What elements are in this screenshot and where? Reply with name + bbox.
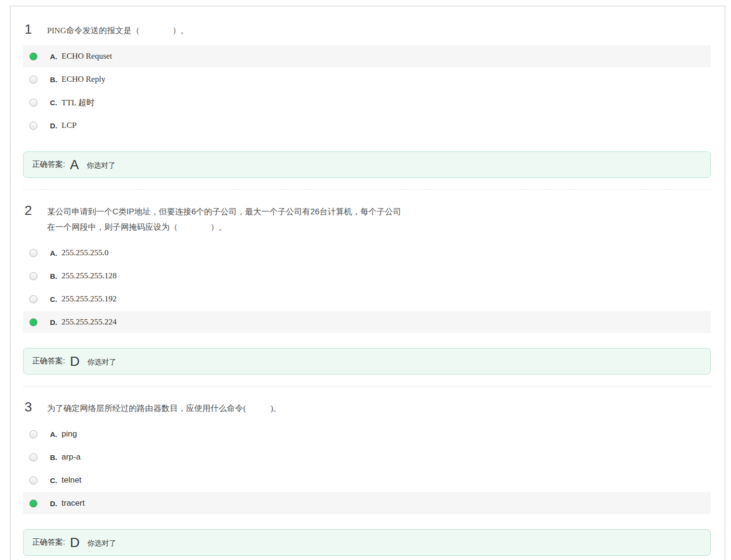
option-letter: A. [50, 249, 57, 257]
radio-button-selected[interactable] [29, 499, 37, 508]
option-row[interactable]: D. LCP [23, 114, 711, 137]
question-block: 2 某公司申请到一个C类IP地址，但要连接6个的子公司，最大一个子公司有26台计… [11, 203, 725, 374]
options-list: A. ping B. arp-a C. telnet D. tracert [23, 423, 711, 514]
question-number: 3 [25, 400, 47, 414]
option-text: arp-a [62, 452, 81, 462]
option-letter: A. [50, 52, 57, 61]
correct-answer-box: 正确答案: D 你选对了 [23, 348, 711, 374]
question-text: PING命令发送的报文是（ ）。 [47, 22, 189, 38]
answer-letter: A [70, 158, 79, 172]
option-letter: D. [50, 499, 57, 508]
option-text: LCP [62, 121, 76, 130]
option-text: tracert [62, 498, 85, 508]
answer-result: 你选对了 [87, 160, 115, 170]
answer-label: 正确答案: [32, 356, 65, 366]
answer-letter: D [70, 536, 79, 549]
option-text: ECHO Requset [62, 51, 112, 61]
correct-answer-box: 正确答案: A 你选对了 [23, 151, 711, 178]
option-letter: C. [50, 295, 57, 303]
option-row[interactable]: C. TTL 超时 [23, 91, 711, 113]
question-text: 为了确定网络层所经过的路由器数目，应使用什么命令( )。 [47, 400, 281, 416]
radio-button[interactable] [29, 122, 37, 130]
option-text: ECHO Reply [62, 75, 105, 84]
question-text: 某公司申请到一个C类IP地址，但要连接6个的子公司，最大一个子公司有26台计算机… [47, 203, 403, 235]
quiz-results-page: 1 PING命令发送的报文是（ ）。 A. ECHO Requset B. EC… [10, 6, 725, 560]
question-divider [23, 386, 711, 386]
option-row[interactable]: B. 255.255.255.128 [23, 265, 711, 287]
answer-result: 你选对了 [87, 356, 116, 367]
radio-button[interactable] [29, 295, 37, 303]
options-list: A. ECHO Requset B. ECHO Reply C. TTL 超时 … [23, 45, 711, 137]
radio-button[interactable] [29, 453, 37, 461]
option-row[interactable]: D. tracert [23, 492, 711, 514]
option-letter: B. [50, 272, 57, 280]
question-header: 3 为了确定网络层所经过的路由器数目，应使用什么命令( )。 [11, 400, 725, 416]
option-row[interactable]: B. arp-a [23, 446, 711, 468]
option-row[interactable]: B. ECHO Reply [23, 68, 711, 90]
option-text: 255.255.255.192 [62, 294, 117, 304]
option-letter: D. [50, 318, 57, 326]
option-text: 255.255.255.128 [62, 271, 117, 281]
option-letter: B. [50, 453, 57, 461]
option-letter: C. [50, 99, 57, 107]
question-block: 1 PING命令发送的报文是（ ）。 A. ECHO Requset B. EC… [11, 22, 725, 178]
answer-label: 正确答案: [32, 537, 65, 548]
question-header: 1 PING命令发送的报文是（ ）。 [11, 22, 725, 38]
answer-label: 正确答案: [32, 160, 65, 170]
option-text: ping [62, 429, 77, 439]
radio-button[interactable] [29, 75, 37, 84]
answer-letter: D [70, 355, 79, 368]
radio-button[interactable] [29, 476, 37, 485]
option-letter: B. [50, 75, 57, 84]
option-row[interactable]: C. 255.255.255.192 [23, 288, 711, 310]
radio-button-selected[interactable] [29, 52, 37, 61]
question-number: 1 [25, 22, 47, 37]
option-letter: C. [50, 476, 57, 485]
question-divider [23, 189, 711, 190]
option-row[interactable]: A. 255.255.255.0 [23, 242, 711, 264]
radio-button[interactable] [29, 99, 37, 107]
radio-button-selected[interactable] [29, 318, 37, 326]
options-list: A. 255.255.255.0 B. 255.255.255.128 C. 2… [23, 242, 711, 333]
radio-button[interactable] [29, 272, 37, 280]
option-row[interactable]: C. telnet [23, 469, 711, 491]
option-text: TTL 超时 [62, 97, 95, 108]
option-text: telnet [62, 475, 82, 485]
option-letter: D. [50, 122, 57, 130]
question-block: 3 为了确定网络层所经过的路由器数目，应使用什么命令( )。 A. ping B… [11, 400, 725, 556]
answer-result: 你选对了 [87, 537, 116, 548]
radio-button[interactable] [29, 249, 37, 257]
option-text: 255.255.255.0 [62, 248, 109, 258]
option-row[interactable]: D. 255.255.255.224 [23, 311, 711, 333]
option-row[interactable]: A. ping [23, 423, 711, 445]
correct-answer-box: 正确答案: D 你选对了 [23, 529, 711, 556]
radio-button[interactable] [29, 430, 37, 438]
option-row[interactable]: A. ECHO Requset [23, 45, 711, 67]
question-number: 2 [25, 203, 47, 218]
option-letter: A. [50, 430, 57, 438]
question-header: 2 某公司申请到一个C类IP地址，但要连接6个的子公司，最大一个子公司有26台计… [11, 203, 725, 235]
option-text: 255.255.255.224 [62, 317, 117, 327]
